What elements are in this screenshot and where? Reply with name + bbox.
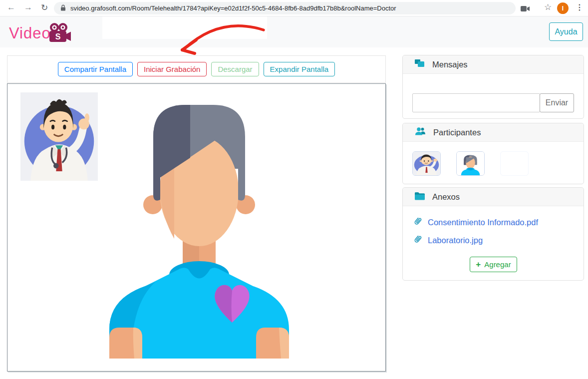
attachment-link[interactable]: Consentimiento Informado.pdf — [428, 218, 538, 227]
attachment-list: Consentimiento Informado.pdf Laboratorio… — [413, 217, 538, 253]
paperclip-icon — [413, 217, 422, 228]
page: ← → ↻ svideo.grafosoft.com/Room/Teleheal… — [0, 0, 588, 379]
back-icon[interactable]: ← — [7, 2, 15, 12]
video-stage — [7, 83, 386, 372]
start-recording-button[interactable]: Iniciar Grabación — [137, 62, 207, 76]
add-attachment-label: Agregar — [484, 260, 511, 269]
video-camera-logo-icon: S — [47, 22, 71, 45]
add-attachment-button[interactable]: + Agregar — [470, 257, 517, 272]
messages-header: Mensajes — [403, 55, 584, 74]
folder-icon — [415, 192, 425, 202]
app-logo[interactable]: Video S — [9, 21, 71, 45]
expand-screen-button[interactable]: Expandir Pantalla — [264, 62, 335, 76]
participants-icon — [415, 127, 426, 138]
browser-toolbar: ← → ↻ svideo.grafosoft.com/Room/Teleheal… — [0, 0, 588, 16]
participants-panel: Participantes — [402, 123, 584, 184]
attachment-row[interactable]: Laboratorio.jpg — [413, 235, 538, 246]
bookmark-star-icon[interactable]: ☆ — [544, 2, 552, 12]
browser-profile-avatar[interactable]: I — [557, 2, 569, 14]
attachment-link[interactable]: Laboratorio.jpg — [428, 236, 483, 245]
plus-icon: + — [476, 260, 481, 269]
browser-menu-icon[interactable]: ⋮ — [576, 2, 584, 12]
call-controls-bar: Compartir Pantalla Iniciar Grabación Des… — [7, 55, 386, 83]
participant-thumbnails — [412, 151, 529, 176]
message-input[interactable] — [412, 93, 540, 112]
attachments-header: Anexos — [403, 188, 584, 206]
video-camera-icon[interactable] — [521, 5, 530, 14]
share-screen-button[interactable]: Compartir Pantalla — [58, 62, 133, 76]
messages-icon — [415, 59, 425, 70]
send-button[interactable]: Enviar — [540, 93, 574, 112]
message-compose-row: Enviar — [412, 93, 574, 112]
participants-header: Participantes — [403, 123, 584, 142]
help-button[interactable]: Ayuda — [549, 22, 583, 41]
logo-text: Video — [9, 23, 51, 44]
doctor-self-view — [20, 92, 98, 181]
messages-panel: Mensajes Enviar — [402, 55, 584, 119]
address-bar[interactable]: svideo.grafosoft.com/Room/Telehealth/178… — [54, 2, 516, 14]
participant-patient-thumbnail[interactable] — [456, 151, 485, 176]
forward-icon[interactable]: → — [24, 2, 32, 12]
svg-text:S: S — [55, 32, 60, 41]
url-text: svideo.grafosoft.com/Room/Telehealth/178… — [70, 4, 396, 12]
attachment-row[interactable]: Consentimiento Informado.pdf — [413, 217, 538, 228]
paperclip-icon — [413, 235, 422, 246]
messages-title: Mensajes — [432, 60, 468, 69]
participants-title: Participantes — [433, 128, 481, 137]
participant-empty-thumbnail — [500, 151, 529, 176]
attachments-panel: Anexos Consentimiento Informado.pdf Labo… — [402, 187, 584, 281]
attachments-title: Anexos — [432, 192, 460, 202]
reload-icon[interactable]: ↻ — [41, 2, 48, 13]
lock-icon — [60, 4, 66, 13]
participant-doctor-thumbnail[interactable] — [412, 151, 441, 176]
patient-remote-video — [105, 89, 293, 359]
red-arrow-annotation — [172, 19, 270, 56]
download-button[interactable]: Descargar — [211, 62, 259, 76]
app-header: Video S Ayuda — [0, 16, 588, 47]
